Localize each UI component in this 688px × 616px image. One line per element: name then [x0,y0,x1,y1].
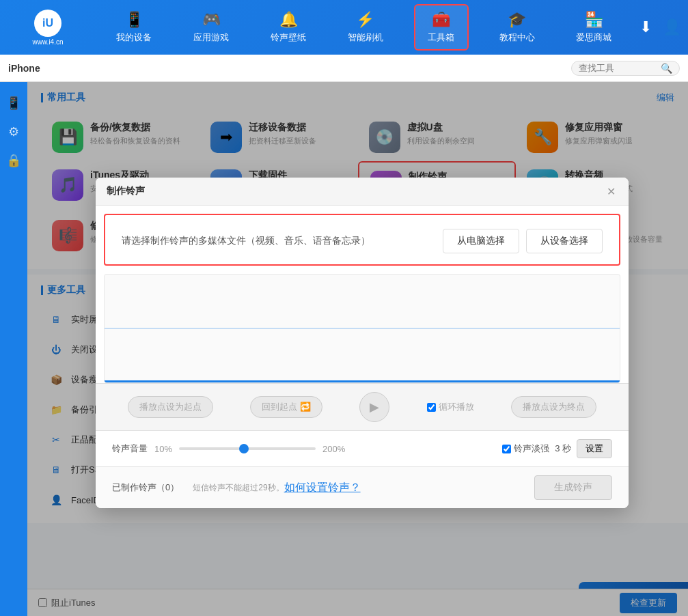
fade-checkbox-label[interactable]: 铃声淡强 [502,443,549,455]
volume-section: 铃声音量 10% 200% 铃声淡强 3 秒 设置 [96,430,629,466]
go-start-icon: 🔁 [300,402,311,412]
fade-section: 铃声淡强 3 秒 设置 [502,439,612,458]
go-to-start-button[interactable]: 回到起点 🔁 [250,396,322,418]
nav-item-toolbox[interactable]: 🧰 工具箱 [414,4,469,51]
nav-label-store: 爱思商城 [576,31,611,44]
loop-checkbox-label[interactable]: 循环播放 [427,401,474,413]
nav-label-ringtones: 铃声壁纸 [271,31,306,44]
main-area: 📱 ⚙ 🔒 常用工具 编辑 💾 备份/恢复数据 轻松备份和恢复设备的资料 [0,82,688,616]
modal-header: 制作铃声 ✕ [96,178,629,206]
nav-item-apps[interactable]: 🎮 应用游戏 [182,5,240,49]
sidebar-icon-3[interactable]: 🔒 [6,153,21,168]
store-icon: 🏪 [585,11,603,29]
nav-label-toolbox: 工具箱 [428,31,454,44]
fade-value: 3 秒 [555,443,571,455]
from-pc-button[interactable]: 从电脑选择 [443,229,519,253]
nav-label-tutorial: 教程中心 [499,31,535,44]
nav-right: ⬇ 👤 [639,18,681,36]
play-button[interactable]: ▶ [359,392,389,422]
nav-label-smart-flash: 智能刷机 [348,31,383,44]
sidebar-icon-1[interactable]: 📱 [6,96,21,111]
content-area: 常用工具 编辑 💾 备份/恢复数据 轻松备份和恢复设备的资料 ➡ 迁移设备数据 … [27,82,688,616]
volume-max: 200% [322,444,345,454]
device-label: iPhone [8,63,40,74]
ringtones-icon: 🔔 [279,11,298,29]
progress-bar [105,380,620,382]
nav-items: 📱 我的设备 🎮 应用游戏 🔔 铃声壁纸 ⚡ 智能刷机 🧰 工具箱 🎓 教程中心… [96,4,633,51]
volume-slider[interactable] [179,447,316,450]
modal-close-button[interactable]: ✕ [604,184,618,198]
play-icon: ▶ [370,400,379,415]
nav-item-ringtones[interactable]: 🔔 铃声壁纸 [260,5,317,49]
sidebar-icon-2[interactable]: ⚙ [8,124,19,139]
modal-instruction: 请选择制作铃声的多媒体文件（视频、音乐、语音备忘录） [122,235,370,247]
logo-url: www.i4.cn [32,38,63,46]
device-icon: 📱 [125,11,143,29]
set-start-button[interactable]: 播放点设为起点 [128,396,213,418]
fade-checkbox[interactable] [502,445,511,453]
waveform-area [104,274,620,383]
smart-flash-icon: ⚡ [356,11,374,29]
sidebar: 📱 ⚙ 🔒 [0,82,27,616]
fade-label: 铃声淡强 [514,443,549,455]
apps-icon: 🎮 [202,11,221,29]
toolbox-icon: 🧰 [432,11,450,29]
nav-item-my-device[interactable]: 📱 我的设备 [105,5,163,49]
loop-label: 循环播放 [439,401,474,413]
nav-item-store[interactable]: 🏪 爱思商城 [565,5,622,49]
app-logo: iU [34,10,61,37]
go-start-label: 回到起点 [262,402,297,412]
volume-label: 铃声音量 [112,443,148,455]
subheader: iPhone 🔍 [0,55,688,82]
search-box[interactable]: 🔍 [571,61,680,76]
modal-body: 请选择制作铃声的多媒体文件（视频、音乐、语音备忘录） 从电脑选择 从设备选择 播… [96,214,629,508]
made-count: 已制作铃声（0） [112,481,179,494]
limit-text: 短信铃声不能超过29秒。 [193,482,284,494]
tutorial-icon: 🎓 [508,11,526,29]
waveform-line [105,328,620,328]
search-icon: 🔍 [661,63,672,74]
modal-buttons: 从电脑选择 从设备选择 [443,229,603,253]
nav-label-my-device: 我的设备 [116,31,152,44]
search-input[interactable] [579,63,661,73]
set-end-button[interactable]: 播放点设为终点 [511,396,596,418]
setup-link[interactable]: 如何设置铃声？ [284,481,361,495]
nav-label-apps: 应用游戏 [193,31,229,44]
settings-button[interactable]: 设置 [577,439,612,458]
modal-dialog: 制作铃声 ✕ 请选择制作铃声的多媒体文件（视频、音乐、语音备忘录） 从电脑选择 … [96,178,629,508]
loop-checkbox[interactable] [427,403,436,412]
logo-area[interactable]: iU www.i4.cn [7,10,89,46]
download-icon[interactable]: ⬇ [639,18,652,36]
modal-top-section: 请选择制作铃声的多媒体文件（视频、音乐、语音备忘录） 从电脑选择 从设备选择 [104,214,620,266]
playback-controls: 播放点设为起点 回到起点 🔁 ▶ 循环播放 播放点设为终点 [96,383,629,430]
nav-item-tutorial[interactable]: 🎓 教程中心 [489,5,546,49]
volume-min: 10% [154,444,172,454]
nav-item-smart-flash[interactable]: ⚡ 智能刷机 [337,5,394,49]
from-device-button[interactable]: 从设备选择 [526,229,603,253]
generate-button[interactable]: 生成铃声 [534,475,612,500]
modal-title: 制作铃声 [107,185,145,197]
modal-footer: 已制作铃声（0） 短信铃声不能超过29秒。 如何设置铃声？ 生成铃声 [96,466,629,508]
navbar: iU www.i4.cn 📱 我的设备 🎮 应用游戏 🔔 铃声壁纸 ⚡ 智能刷机… [0,0,688,55]
user-icon[interactable]: 👤 [663,18,681,36]
